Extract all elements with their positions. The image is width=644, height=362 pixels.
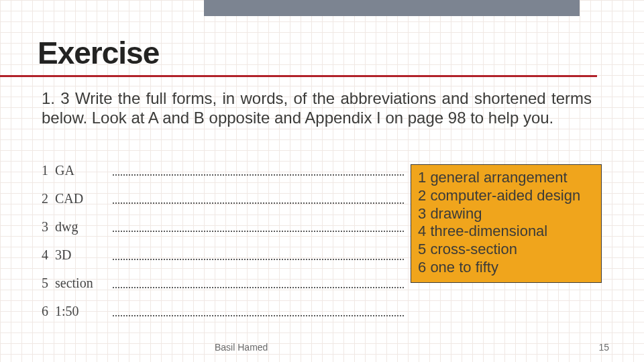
answer-row: 6 one to fifty (418, 259, 594, 277)
worksheet-term: 3D (55, 247, 113, 263)
slide-title: Exercise (38, 35, 159, 71)
worksheet-number: 5 (42, 276, 55, 291)
blank-line (113, 174, 404, 176)
footer-page-number: 15 (598, 342, 609, 353)
top-accent-bar (204, 0, 580, 16)
worksheet-number: 1 (42, 163, 55, 178)
answer-number: 1 (418, 169, 426, 186)
worksheet-number: 6 (42, 304, 55, 319)
worksheet-row: 3 dwg (42, 216, 404, 235)
blank-line (113, 287, 404, 288)
answer-number: 2 (418, 187, 426, 204)
answer-text: one to fifty (430, 259, 498, 276)
answer-text: cross-section (430, 241, 517, 257)
worksheet-number: 3 (42, 219, 55, 235)
answer-number: 6 (418, 259, 426, 276)
answer-number: 5 (418, 241, 426, 257)
answer-text: general arrangement (430, 169, 567, 186)
answer-number: 4 (418, 223, 426, 239)
worksheet-row: 1 GA (42, 160, 404, 178)
worksheet-row: 2 CAD (42, 188, 404, 206)
answer-row: 2 computer-aided design (418, 187, 594, 205)
worksheet-number: 4 (42, 247, 55, 263)
worksheet-term: section (55, 276, 113, 291)
exercise-prompt: 1. 3 Write the full forms, in words, of … (42, 88, 592, 128)
worksheet-row: 6 1:50 (42, 300, 404, 319)
worksheet-term: 1:50 (55, 304, 113, 319)
blank-line (113, 259, 404, 260)
worksheet-term: CAD (55, 191, 113, 206)
worksheet-row: 4 3D (42, 244, 404, 263)
answer-row: 4 three-dimensional (418, 223, 594, 241)
title-underline (0, 75, 597, 77)
footer-author: Basil Hamed (215, 342, 268, 353)
worksheet-term: GA (55, 163, 113, 178)
answer-number: 3 (418, 205, 426, 222)
worksheet-list: 1 GA 2 CAD 3 dwg 4 3D 5 section 6 1:50 (42, 160, 404, 328)
answer-row: 1 general arrangement (418, 169, 594, 187)
answer-text: three-dimensional (430, 223, 547, 239)
worksheet-term: dwg (55, 219, 113, 235)
answer-row: 5 cross-section (418, 241, 594, 259)
answer-row: 3 drawing (418, 205, 594, 223)
blank-line (113, 315, 404, 316)
blank-line (113, 202, 404, 204)
worksheet-number: 2 (42, 191, 55, 206)
blank-line (113, 231, 404, 232)
answer-text: drawing (430, 205, 482, 222)
answer-text: computer-aided design (430, 187, 580, 204)
worksheet-row: 5 section (42, 272, 404, 291)
answer-card: 1 general arrangement 2 computer-aided d… (411, 164, 602, 283)
